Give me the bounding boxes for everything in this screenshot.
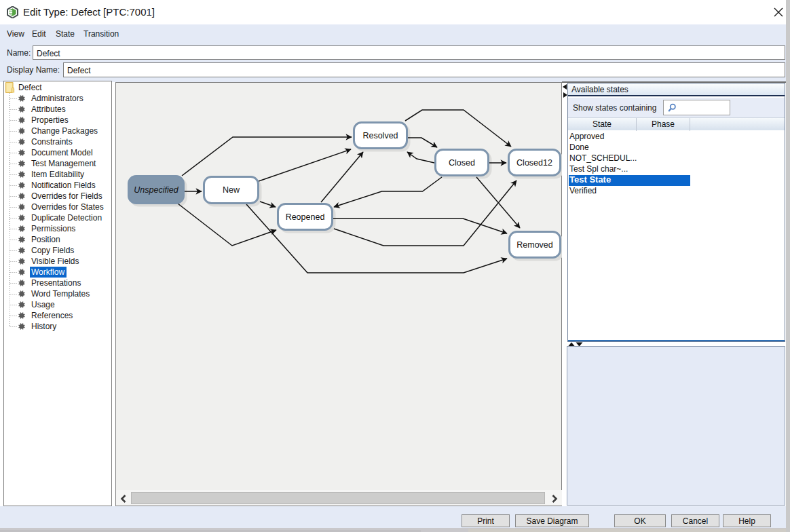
svg-text:Closed: Closed xyxy=(449,158,475,168)
svg-text:New: New xyxy=(223,185,240,195)
svg-text:Reopened: Reopened xyxy=(286,212,325,222)
svg-text:Removed: Removed xyxy=(516,240,553,250)
svg-text:Unspecified: Unspecified xyxy=(134,185,178,195)
svg-text:Closed12: Closed12 xyxy=(516,158,552,168)
svg-text:Resolved: Resolved xyxy=(362,131,398,140)
